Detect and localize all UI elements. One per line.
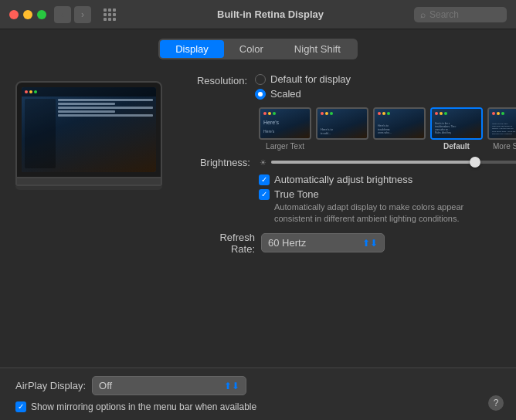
minimize-button[interactable] xyxy=(23,10,32,19)
scale-option-2[interactable]: Here's totroubl... xyxy=(316,107,368,151)
laptop-base xyxy=(15,178,162,186)
airplay-label: AirPlay Display: xyxy=(15,380,86,391)
true-tone-row: ✓ True Tone Automatically adapt display … xyxy=(259,188,516,225)
scale-thumb-inner-default: Here's to the ctroublemakers. The rones … xyxy=(432,109,481,138)
search-input[interactable] xyxy=(429,9,499,20)
true-tone-content: True Tone Automatically adapt display to… xyxy=(274,188,491,225)
forward-button[interactable]: › xyxy=(74,6,91,23)
auto-brightness-row: ✓ Automatically adjust brightness xyxy=(259,174,516,185)
scale-label-larger: Larger Text xyxy=(266,142,304,151)
window-title: Built-in Retina Display xyxy=(127,8,414,20)
checkmark-icon-2: ✓ xyxy=(261,191,267,198)
screen-background xyxy=(22,87,156,172)
brightness-slider-track[interactable] xyxy=(271,161,516,164)
refresh-rate-row: Refresh Rate: 60 Hertz ⬆⬇ xyxy=(193,232,516,255)
nav-buttons: ‹ › xyxy=(54,6,91,23)
mirror-checkbox[interactable]: ✓ xyxy=(15,401,26,412)
screen-line xyxy=(58,99,153,101)
laptop-body xyxy=(15,81,162,178)
traffic-lights xyxy=(9,10,46,19)
tabs-container: Display Color Night Shift xyxy=(0,29,516,66)
search-box[interactable]: ⌕ xyxy=(414,7,507,22)
scale-dots-2 xyxy=(321,112,333,115)
resolution-scaled-option[interactable]: Scaled xyxy=(255,88,351,100)
scale-dots-default xyxy=(435,112,447,115)
resolution-default-radio[interactable] xyxy=(255,74,266,85)
resolution-default-option[interactable]: Default for display xyxy=(255,73,351,85)
maximize-button[interactable] xyxy=(37,10,46,19)
screen-content xyxy=(22,97,156,171)
airplay-value: Off xyxy=(99,380,112,391)
scale-preview-text-3: Here's totroublemaones who... xyxy=(378,124,421,135)
scale-dots-more xyxy=(492,112,504,115)
mirror-label: Show mirroring options in the menu bar w… xyxy=(31,401,256,412)
screen-min-dot xyxy=(29,90,32,93)
brightness-thumb[interactable] xyxy=(470,157,480,168)
scale-text-lines: Here's xyxy=(263,120,307,123)
screen-line xyxy=(58,107,153,109)
refresh-rate-label: Refresh Rate: xyxy=(193,232,255,255)
bottom-bar: AirPlay Display: Off ⬆⬇ ✓ Show mirroring… xyxy=(0,368,516,420)
scale-dots-3 xyxy=(378,112,390,115)
screen-line xyxy=(58,114,153,117)
scale-option-default[interactable]: Here's to the ctroublemakers. The rones … xyxy=(430,107,483,151)
main-content: Resolution: Default for display Scaled xyxy=(0,66,516,262)
scale-label-more: More Space xyxy=(493,142,516,151)
auto-brightness-checkbox[interactable]: ✓ xyxy=(259,174,270,185)
back-button[interactable]: ‹ xyxy=(54,6,71,23)
scale-thumb-more: Here's to the crazyones who see things d… xyxy=(487,107,516,140)
screen-close-dot xyxy=(25,90,28,93)
scale-option-3[interactable]: Here's totroublemaones who... xyxy=(373,107,426,151)
resolution-default-label: Default for display xyxy=(270,73,351,85)
brightness-row: Brightness: ☀ ☀ xyxy=(178,155,516,169)
grid-dots-icon xyxy=(104,8,116,21)
laptop-foot xyxy=(15,186,162,190)
screen-sidebar xyxy=(25,99,56,168)
airplay-dropdown[interactable]: Off ⬆⬇ xyxy=(92,376,246,395)
resolution-scaled-radio[interactable] xyxy=(255,89,266,100)
tab-night-shift[interactable]: Night Shift xyxy=(279,40,356,58)
airplay-dropdown-arrows-icon: ⬆⬇ xyxy=(224,381,239,391)
scale-preview-text-default: Here's to the ctroublemakers. The rones … xyxy=(435,123,478,135)
tab-display[interactable]: Display xyxy=(160,40,224,58)
scale-preview-text: Here's xyxy=(263,129,307,134)
resolution-section: Resolution: Default for display Scaled xyxy=(178,73,516,100)
screen-text-area xyxy=(58,99,153,168)
mirror-checkmark-icon: ✓ xyxy=(18,403,24,411)
scale-thumb-3: Here's totroublemaones who... xyxy=(373,107,426,140)
brightness-label: Brightness: xyxy=(178,157,255,168)
scale-thumb-larger: Here's Here's xyxy=(259,107,311,140)
scale-label-default: Default xyxy=(443,142,470,151)
tabs: Display Color Night Shift xyxy=(158,39,358,59)
scale-thumb-inner-2: Here's totroubl... xyxy=(317,109,367,138)
laptop-screen xyxy=(22,87,156,172)
true-tone-description: Automatically adapt display to make colo… xyxy=(274,202,491,225)
grid-view-button[interactable] xyxy=(99,6,121,23)
titlebar: ‹ › Built-in Retina Display ⌕ xyxy=(0,0,516,29)
scale-preview-text-more: Here's to the crazyones who see things d… xyxy=(492,123,516,135)
scale-thumb-2: Here's totroubl... xyxy=(316,107,368,140)
scale-option-larger[interactable]: Here's Here's Larger Text xyxy=(259,107,311,151)
dropdown-arrows-icon: ⬆⬇ xyxy=(362,238,378,249)
brightness-fill xyxy=(271,161,474,164)
scale-option-more[interactable]: Here's to the crazyones who see things d… xyxy=(487,107,516,151)
scale-thumb-inner: Here's Here's xyxy=(260,109,310,138)
resolution-scaled-label: Scaled xyxy=(270,88,301,100)
help-button[interactable]: ? xyxy=(488,395,504,411)
resolution-label: Resolution: xyxy=(178,73,255,86)
refresh-rate-dropdown[interactable]: 60 Hertz ⬆⬇ xyxy=(261,233,385,252)
refresh-rate-value: 60 Hertz xyxy=(268,237,306,249)
laptop-preview xyxy=(15,81,162,255)
brightness-low-icon: ☀ xyxy=(260,158,266,167)
true-tone-checkbox[interactable]: ✓ xyxy=(259,189,270,200)
scale-dots xyxy=(263,112,276,115)
airplay-row: AirPlay Display: Off ⬆⬇ xyxy=(15,376,501,395)
search-icon: ⌕ xyxy=(420,9,426,20)
screen-line xyxy=(58,110,115,113)
radio-inner-dot xyxy=(258,92,263,97)
close-button[interactable] xyxy=(9,10,19,19)
screen-topbar xyxy=(22,87,156,97)
tab-color[interactable]: Color xyxy=(224,40,279,58)
scale-thumb-inner-3: Here's totroublemaones who... xyxy=(375,109,424,138)
auto-brightness-label: Automatically adjust brightness xyxy=(274,174,412,185)
